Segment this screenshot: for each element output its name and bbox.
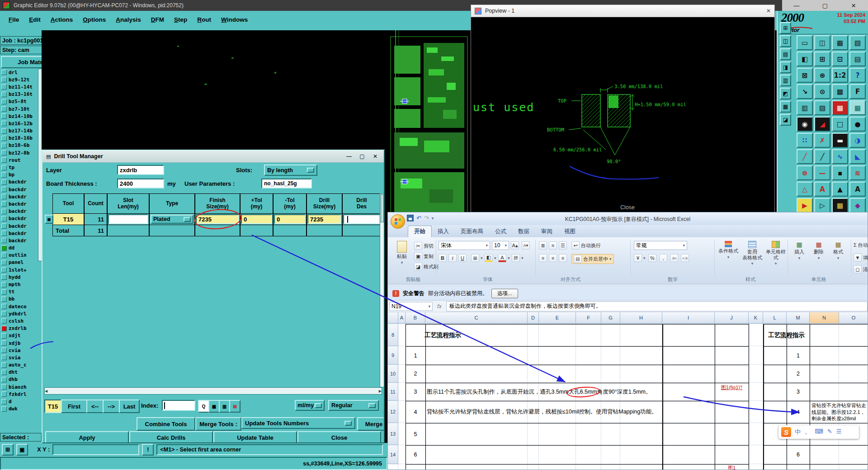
cell-right-note[interactable]: 背钻按不允许钻穿背钻走线层能。图示按12.2.1，剩余金属长度≥28mil: [811, 402, 868, 423]
column-header-K[interactable]: K: [749, 312, 763, 324]
layer-item-dht[interactable]: dht: [0, 369, 38, 376]
layer-item-dateco[interactable]: dateco: [0, 303, 38, 310]
dtm-value-field[interactable]: 0: [274, 214, 306, 224]
layer-marker[interactable]: [1, 179, 7, 185]
layer-marker[interactable]: [1, 282, 7, 287]
tool-icon-16[interactable]: ▥: [797, 100, 813, 115]
layer-marker[interactable]: [1, 121, 7, 126]
layer-marker[interactable]: [1, 194, 7, 199]
dtm-cell-drill_size[interactable]: 7235: [307, 213, 342, 225]
tool-icon-32[interactable]: ⊚: [797, 165, 813, 180]
tool-icon-12[interactable]: ↘: [797, 84, 813, 99]
layer-marker[interactable]: [1, 92, 7, 97]
layer-marker[interactable]: [1, 245, 7, 251]
tool-icon-9[interactable]: ⊕: [814, 68, 830, 83]
tool-icon-22[interactable]: □: [832, 117, 848, 132]
delete-cells-button[interactable]: ▦ 删除▾: [810, 241, 828, 260]
layer-marker[interactable]: [1, 318, 7, 324]
layer-marker[interactable]: [1, 340, 7, 346]
tool-icon-1[interactable]: ◫: [814, 35, 830, 50]
cell-fig-partial[interactable]: 图1: [715, 465, 748, 470]
cell-left-number[interactable]: 2: [406, 365, 425, 383]
layer-item-1slot+[interactable]: 1slot+: [0, 266, 38, 273]
cell-left-header[interactable]: 工艺流程指示: [406, 324, 480, 346]
menu-file[interactable]: File: [4, 14, 24, 25]
layer-marker[interactable]: [1, 370, 7, 375]
tool-icon-24[interactable]: ∷: [797, 133, 813, 148]
layer-marker[interactable]: [1, 209, 7, 214]
row-header-10[interactable]: 10: [388, 365, 398, 383]
tool-icon-18[interactable]: ▦: [832, 100, 848, 115]
column-header-N[interactable]: N: [810, 312, 839, 324]
strip-icon-4[interactable]: ▥: [780, 75, 791, 86]
dtm-layer-input[interactable]: zxdrlb: [117, 165, 164, 175]
layer-item-outlin[interactable]: outlin: [0, 252, 38, 259]
layer-marker[interactable]: [1, 165, 7, 170]
tab-页面布局[interactable]: 页面布局: [455, 226, 489, 237]
tool-icon-35[interactable]: ≋: [849, 165, 866, 180]
layer-marker[interactable]: [1, 143, 7, 148]
accounting-format-button[interactable]: ¥▾: [634, 254, 646, 262]
fx-icon[interactable]: fx: [433, 303, 446, 310]
column-header-L[interactable]: L: [763, 312, 787, 324]
font-size-combo[interactable]: 10▾: [492, 241, 509, 250]
layer-item-rout[interactable]: rout: [0, 156, 38, 164]
layer-marker[interactable]: [1, 172, 7, 178]
cut-button[interactable]: ✂剪切: [414, 242, 434, 250]
layer-marker[interactable]: [1, 274, 7, 280]
layer-item-bz5-8t[interactable]: bz5-8t: [0, 98, 38, 105]
layer-marker[interactable]: [1, 201, 7, 207]
align-right-button[interactable]: ≡: [559, 254, 567, 262]
sheet-grid[interactable]: 工艺流程指示 工艺流程指示 图示11个孔需按沉头孔制作，从底面开始沉，通孔3.5…: [388, 324, 868, 470]
units-dropdown[interactable]: ml/my: [295, 400, 325, 411]
dtm-slots-dropdown[interactable]: By length: [264, 164, 317, 176]
cell-row4-text[interactable]: 背钻按不允许钻穿背钻走线层，背钻允许避层，残桩按≤10mil控制。使用背钻Map…: [427, 401, 725, 423]
tool-icon-2[interactable]: ▦: [832, 35, 848, 50]
cell-left-number[interactable]: 6: [406, 445, 425, 464]
next-button[interactable]: -->: [103, 400, 120, 413]
column-header-A[interactable]: A: [398, 312, 406, 324]
tool-icon-33[interactable]: —: [814, 165, 830, 180]
cell-right-number[interactable]: 1: [787, 346, 810, 365]
layer-item-fzkdrl[interactable]: fzkdrl: [0, 390, 38, 398]
tool-icon-19[interactable]: ▦: [849, 100, 866, 115]
layer-item-drl[interactable]: drl: [0, 69, 38, 76]
cell-right-number[interactable]: 2: [787, 365, 810, 383]
tool-icon-41[interactable]: ▷: [814, 198, 830, 213]
layer-marker[interactable]: [1, 355, 7, 360]
first-button[interactable]: First: [61, 400, 87, 413]
scroll-right-icon[interactable]: ▶: [379, 389, 382, 393]
finish-size-cell[interactable]: 7235: [195, 213, 240, 225]
dtm-value-field[interactable]: 0: [241, 214, 272, 224]
tool-icon-25[interactable]: ✗: [814, 133, 830, 148]
minimize-button[interactable]: —: [782, 2, 811, 9]
update-table-button[interactable]: Update Table: [213, 431, 297, 443]
tool-icon-23[interactable]: ●: [849, 117, 866, 132]
tool-icon-5[interactable]: ⊞: [814, 52, 830, 66]
cell-left-number[interactable]: 1: [406, 346, 425, 365]
tool-icon-3[interactable]: ▧: [849, 35, 866, 50]
format-painter-button[interactable]: ◪格式刷: [414, 263, 439, 271]
layer-marker[interactable]: [1, 289, 7, 295]
close-button[interactable]: ✕: [840, 2, 868, 9]
tool-icon-39[interactable]: A: [849, 182, 866, 197]
layer-marker[interactable]: [1, 384, 7, 390]
format-as-table-button[interactable]: 套用 表格格式▾: [741, 241, 764, 266]
percent-button[interactable]: %: [648, 254, 656, 262]
menu-analysis[interactable]: Analysis: [111, 14, 146, 25]
security-options-button[interactable]: 选项...: [491, 289, 518, 298]
underline-button[interactable]: U: [458, 254, 467, 262]
grid-toggle-icon[interactable]: ⊞: [2, 444, 14, 456]
layer-item-cslsh[interactable]: cslsh: [0, 317, 38, 324]
layer-marker[interactable]: [1, 136, 7, 141]
cell-right-number[interactable]: 3: [787, 383, 810, 401]
align-middle-button[interactable]: ≡: [549, 241, 557, 249]
row-expander-icon[interactable]: ▦: [45, 215, 53, 224]
nav-view-icon-2[interactable]: ▥: [219, 400, 230, 413]
bold-button[interactable]: B: [439, 254, 447, 262]
office-button[interactable]: [391, 214, 405, 229]
layer-marker[interactable]: [1, 128, 7, 134]
tool-icon-29[interactable]: ╱: [814, 149, 830, 164]
layer-marker[interactable]: [1, 304, 7, 309]
layer-marker[interactable]: [1, 326, 7, 331]
